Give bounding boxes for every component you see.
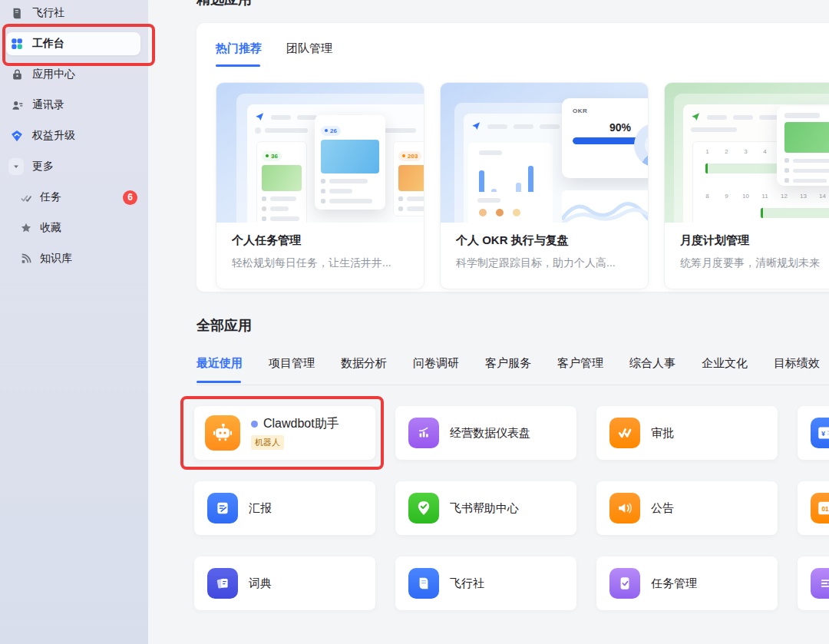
sidebar-item-feixingshe[interactable]: 飞行社 [0,0,148,28]
sidebar-item-label: 应用中心 [32,68,75,81]
promo-card-title: 个人 OKR 执行与复盘 [456,233,632,248]
book-icon [10,6,24,20]
logo-icon [255,112,265,122]
contacts-icon [10,98,24,112]
app-tab-recent[interactable]: 最近使用 [197,356,243,383]
promo-card-desc: 统筹月度要事，清晰规划未来 [680,256,829,270]
promo-card-personal-tasks[interactable]: 36 26 203 [216,82,424,289]
svg-text:01: 01 [821,506,829,513]
bag-icon [10,68,24,81]
sidebar: 飞行社 工作台 应用中心 通讯录 权益升级 [0,0,148,644]
promo-image-okr: OKR 90% [441,83,648,223]
sidebar-item-label: 飞行社 [32,6,64,20]
sidebar-nav: 飞行社 工作台 应用中心 通讯录 权益升级 [0,0,148,274]
app-tab-okr-perf[interactable]: 目标绩效 [774,356,820,383]
sidebar-item-label: 更多 [32,160,54,173]
app-card-partial-calendar[interactable]: 01 [798,481,829,535]
app-name: 任务管理 [651,576,697,591]
help-center-icon [408,493,439,523]
announcement-icon [609,493,640,523]
app-card-dashboard[interactable]: 经营数据仪表盘 [395,406,576,460]
app-name: 公告 [651,501,674,516]
gem-icon [10,129,24,143]
app-tab-data[interactable]: 数据分析 [341,356,387,383]
promo-card-okr[interactable]: OKR 90% [440,82,649,289]
promo-card-monthly-plan[interactable]: 1234567 891011121314 [664,82,829,289]
list-icon [811,568,829,599]
approval-icon [609,418,640,448]
app-tab-survey[interactable]: 问卷调研 [413,356,459,383]
tabs-divider [197,385,829,385]
active-pill [6,32,140,55]
promo-card-title: 月度计划管理 [680,233,829,248]
app-name: 词典 [249,576,272,591]
workbench-icon [10,37,24,51]
featured-tabs: 热门推荐 团队管理 [216,41,829,67]
app-name: Clawdbot助手 [263,416,339,432]
sidebar-item-label: 知识库 [40,252,72,266]
app-tab-hr[interactable]: 综合人事 [629,356,675,383]
sidebar-item-contacts[interactable]: 通讯录 [0,90,148,121]
app-card-feixingshe[interactable]: 飞行社 [395,556,576,610]
mock-kanban-right: 203 [393,141,424,216]
all-apps-title: 全部应用 [197,316,252,335]
feixingshe-icon [408,568,439,599]
app-card-partial-finance[interactable]: ¥ [798,406,829,460]
app-card-clawdbot[interactable]: Clawdbot助手 机器人 [194,406,375,460]
star-icon [20,222,32,234]
promo-card-desc: 轻松规划每日任务，让生活井井... [232,256,408,270]
promo-image-tasks: 36 26 203 [216,83,424,223]
app-card-report[interactable]: 汇报 [194,481,375,535]
app-name: 飞书帮助中心 [450,501,519,516]
app-name: 飞行社 [450,576,484,591]
tab-team-manage[interactable]: 团队管理 [286,41,332,67]
tab-hot-recommend[interactable]: 热门推荐 [216,41,262,67]
mock-wave-chart [562,190,648,223]
mock-avatars [468,192,553,223]
app-tab-customer-service[interactable]: 客户服务 [485,356,531,383]
promo-image-monthly: 1234567 891011121314 [665,83,829,223]
wiki-icon [20,253,32,265]
bot-tag: 机器人 [251,435,284,450]
promo-card-row: 36 26 203 [216,82,829,289]
task-management-icon [609,568,640,599]
app-card-announcement[interactable]: 公告 [596,481,778,535]
dashboard-icon [408,418,439,448]
sidebar-item-label: 权益升级 [32,129,75,143]
sidebar-item-workbench[interactable]: 工作台 [0,28,148,59]
robot-icon [205,415,240,451]
sidebar-item-label: 通讯录 [32,98,64,112]
main-content: 精选应用 热门推荐 团队管理 3 [148,0,829,644]
double-check-icon [20,191,32,203]
app-tab-culture[interactable]: 企业文化 [702,356,748,383]
app-name: 审批 [651,426,674,441]
sidebar-item-label: 收藏 [40,221,61,235]
app-tab-project[interactable]: 项目管理 [269,356,315,383]
promo-card-title: 个人任务管理 [232,233,408,248]
logo-icon [471,121,481,131]
app-card-partial-list[interactable] [798,556,829,610]
svg-text:¥: ¥ [821,430,825,438]
dictionary-icon [207,568,238,599]
sidebar-item-label: 工作台 [32,37,64,51]
sidebar-item-tasks[interactable]: 任务 6 [0,182,148,213]
sidebar-item-app-center[interactable]: 应用中心 [0,59,148,90]
yuan-icon: ¥ [811,418,829,448]
promo-card-desc: 科学制定跟踪目标，助力个人高... [456,256,632,270]
app-name: 汇报 [249,501,272,516]
app-tab-crm[interactable]: 客户管理 [557,356,603,383]
sidebar-item-more[interactable]: 更多 [0,151,148,182]
app-card-approval[interactable]: 审批 [596,406,778,460]
all-apps-tabs: 最近使用 项目管理 数据分析 问卷调研 客户服务 客户管理 综合人事 企业文化 … [197,356,820,383]
app-card-help-center[interactable]: 飞书帮助中心 [395,481,576,535]
sidebar-item-wiki[interactable]: 知识库 [0,243,148,274]
sidebar-item-upgrade[interactable]: 权益升级 [0,121,148,151]
task-count-badge: 6 [123,190,137,205]
calendar-01-icon: 01 [811,493,829,523]
app-card-task-management[interactable]: 任务管理 [596,556,778,610]
app-card-dictionary[interactable]: 词典 [194,556,375,610]
featured-section-title: 精选应用 [197,0,252,8]
chevron-down-icon [10,160,24,173]
sidebar-item-favorites[interactable]: 收藏 [0,213,148,243]
mock-photo-card [777,106,829,186]
